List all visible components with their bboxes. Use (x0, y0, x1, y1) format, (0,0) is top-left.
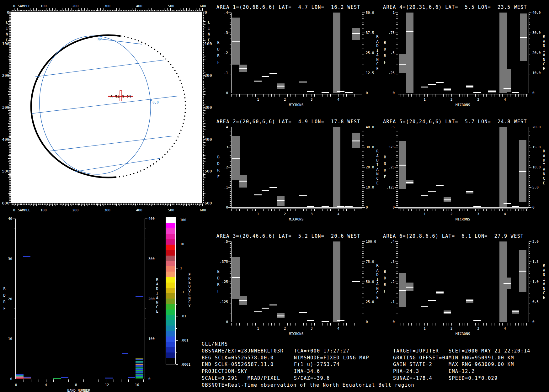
tick-label: .3 (383, 260, 395, 264)
info-field: PHA=24.3 (393, 368, 419, 374)
data-point (473, 320, 481, 321)
tick-label: .1 (180, 290, 184, 294)
tick-label: 500 (167, 208, 175, 212)
data-bar (333, 127, 340, 207)
tick (176, 268, 178, 268)
data-segment (136, 296, 143, 297)
limb-solid-arc (31, 35, 120, 177)
tick-label: 200 (72, 208, 79, 212)
tick-label: 0 (366, 205, 368, 209)
info-field: F(1 u)=2753.74 (294, 362, 340, 367)
data-point (406, 182, 413, 183)
tick-label: .3 (216, 145, 228, 149)
data-point (473, 206, 481, 207)
tick (176, 280, 177, 280)
y-axis-title: B D R F (382, 154, 387, 180)
globe-drawing: NP 0,0 6 54 3 21 (11, 12, 202, 203)
info-field: OBSNOTE=Real-Time observation of the Nor… (202, 382, 414, 388)
data-point (299, 82, 307, 82)
color-bar-segment (166, 266, 175, 272)
tick-label: 600 (199, 208, 207, 212)
x-ruler (16, 379, 144, 382)
data-point (504, 88, 511, 89)
area-plot-3 (231, 241, 362, 322)
color-bar-segment (166, 218, 175, 223)
data-point (232, 41, 240, 42)
data-point (254, 81, 262, 82)
color-bar-segment (166, 331, 175, 336)
tick-label: 0 (10, 4, 18, 8)
nims-realtime-display: NP 0,0 6 54 3 21 0100200300400500600SAMP… (0, 0, 549, 392)
tick-label: 20.0 (532, 125, 541, 129)
data-point (262, 76, 269, 77)
data-point (322, 206, 329, 207)
data-point (399, 64, 406, 65)
tick-label: 1 (424, 326, 426, 331)
tick-label: 200 (148, 297, 155, 301)
tick-label: 16 (135, 383, 139, 387)
data-bar (499, 127, 507, 207)
tick-label: 0 (383, 205, 395, 209)
minor-ticks (230, 241, 231, 322)
info-field: SUNAZ=-178.4 (393, 375, 432, 381)
info-field: GLL/NIMS (202, 341, 228, 347)
data-bar (277, 196, 285, 206)
tick-label: 12 (105, 383, 109, 387)
y2-axis-title: R A D I A N C E (155, 278, 160, 314)
tick-label: 300 (148, 257, 155, 261)
data-point (466, 300, 473, 301)
band-marker-line (122, 219, 122, 379)
info-field: S/CAZ=-39.6 (294, 375, 330, 381)
x-axis-title: MICRONS (456, 217, 470, 221)
tick-label: 1.0 (532, 280, 539, 284)
y-axis-title: L I N E (4, 19, 9, 43)
data-point (262, 190, 269, 191)
tick (176, 328, 177, 329)
tick (176, 220, 178, 220)
data-point (262, 308, 269, 309)
color-bar-segment (166, 283, 175, 288)
data-point (473, 92, 481, 93)
tick-label: .25 (383, 71, 395, 75)
tick-label: .375 (216, 260, 228, 264)
tick-label: 400 (1, 137, 9, 142)
tick (228, 207, 231, 208)
tick (362, 93, 365, 93)
minor-ticks (362, 13, 364, 93)
data-segment (122, 353, 128, 354)
tick-label: 100 (40, 4, 47, 8)
data-stripe (136, 363, 143, 363)
tick-label: 1 (383, 11, 395, 15)
color-bar-segment (166, 315, 175, 320)
data-point (307, 91, 314, 92)
data-point (277, 200, 285, 201)
tick (362, 207, 365, 208)
tick-label: 40.0 (532, 11, 541, 15)
tick-label: 75.0 (366, 260, 374, 264)
color-bar-segment (166, 326, 175, 331)
y-axis-title: B D R F (382, 268, 387, 295)
data-point (512, 311, 519, 312)
axis-title: SAMPLE (18, 208, 30, 212)
tick-label: 1 (257, 98, 259, 102)
ruler-top-major (11, 8, 203, 11)
info-field: SCALE=0.291 MRAD/PIXEL (202, 375, 280, 381)
data-segment (61, 377, 68, 378)
tick-label: 0 (205, 10, 207, 15)
tick (176, 316, 178, 316)
data-point (421, 87, 428, 87)
tick-label: .75 (383, 31, 395, 35)
area-title: AREA 6=(20,8,6,6) LAT= 6.1 LON= 27.9 WES… (383, 233, 524, 239)
cursor-readout: 6 54 3 21 (110, 95, 131, 99)
data-point (307, 320, 314, 321)
tick-label: 1 (424, 98, 426, 102)
tick-label: 500 (1, 169, 9, 173)
tick-label: 4 (337, 98, 339, 102)
data-stripe (24, 378, 31, 379)
tick-label: 300 (205, 105, 212, 110)
tick-label: 400 (136, 208, 143, 212)
tick-label: 15.0 (532, 145, 541, 149)
tick-label: .1 (216, 185, 228, 189)
tick-label: 3 (311, 212, 313, 216)
minor-ticks (362, 127, 364, 207)
